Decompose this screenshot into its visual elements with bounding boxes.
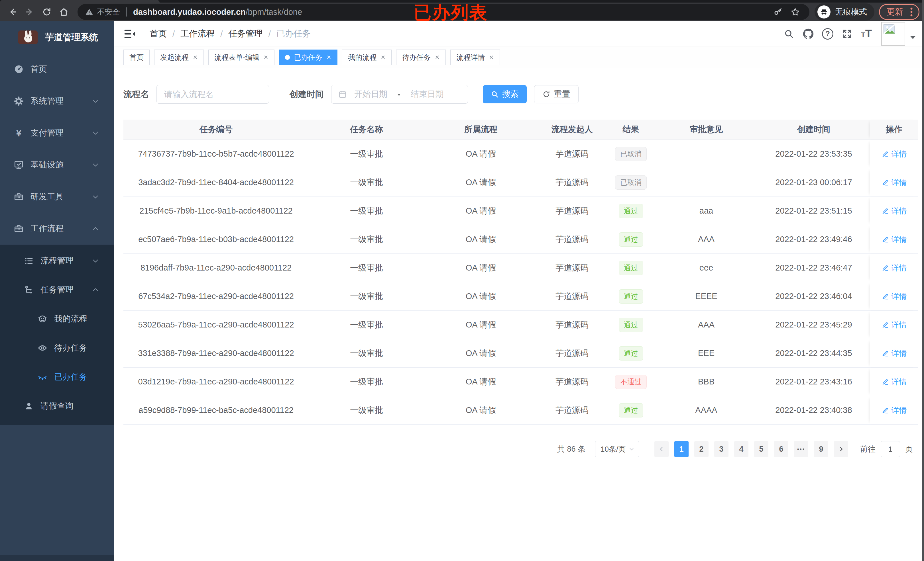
browser-home-button[interactable] <box>57 5 70 19</box>
chevron-left-icon <box>658 446 665 452</box>
prev-page-button[interactable] <box>654 441 669 457</box>
sidebar-item-system[interactable]: 系统管理 <box>0 85 114 117</box>
cell-process: OA 请假 <box>424 225 537 253</box>
detail-link[interactable]: 详情 <box>882 348 907 359</box>
cell-created-time: 2022-01-22 23:46:47 <box>758 254 870 282</box>
table-row: 03d1219e-7b9a-11ec-a290-acde48001122 一级审… <box>123 368 918 396</box>
page-number-button[interactable]: 3 <box>714 441 729 457</box>
reset-button[interactable]: 重置 <box>534 85 579 103</box>
bookmark-star-button[interactable] <box>788 5 802 19</box>
page-tab[interactable]: 待办任务 <box>396 49 446 65</box>
goto-page-input[interactable] <box>880 441 900 457</box>
fullscreen-button[interactable] <box>837 24 857 43</box>
sidebar-item-workflow[interactable]: 工作流程 <box>0 213 114 245</box>
page-tab-label: 待办任务 <box>402 53 430 62</box>
reload-icon <box>42 7 52 17</box>
page-number-button[interactable]: 9 <box>814 441 828 457</box>
page-tab-label: 已办任务 <box>294 53 322 62</box>
tags-view-bar: 首页 发起流程 流程表单-编辑 <box>114 46 924 68</box>
search-button[interactable]: 搜索 <box>483 85 527 103</box>
close-icon[interactable] <box>489 55 494 60</box>
avatar[interactable] <box>881 22 905 46</box>
table-header-row: 任务编号 任务名称 所属流程 流程发起人 结果 审批意见 创建时间 操作 <box>123 120 918 140</box>
page-number-button[interactable]: ••• <box>794 441 808 457</box>
browser-back-button[interactable] <box>6 5 20 19</box>
sidebar-item-devtools[interactable]: 研发工具 <box>0 181 114 213</box>
sidebar-item-payment[interactable]: ¥ 支付管理 <box>0 117 114 149</box>
page-number-button[interactable]: 2 <box>694 441 708 457</box>
cell-created-time: 2022-01-22 23:43:16 <box>758 368 870 396</box>
sidebar-item-home[interactable]: 首页 <box>0 53 114 85</box>
detail-link[interactable]: 详情 <box>882 291 907 302</box>
filter-bar: 流程名 创建时间 开始日期 - 结束日期 搜索 重置 <box>123 85 918 104</box>
github-link[interactable] <box>799 24 818 43</box>
avatar-caret-icon[interactable] <box>910 35 916 40</box>
table-row: ec507ae6-7b9a-11ec-b03b-acde48001122 一级审… <box>123 225 918 254</box>
detail-link[interactable]: 详情 <box>882 177 907 188</box>
search-icon <box>491 90 499 98</box>
page-tab[interactable]: 已办任务 <box>279 49 338 65</box>
cell-opinion: EEE <box>655 339 758 367</box>
breadcrumb-item[interactable]: 任务管理 <box>229 28 263 40</box>
sidebar-item-my-process[interactable]: 我的流程 <box>0 304 114 334</box>
password-manager-button[interactable] <box>771 5 785 19</box>
page-tab[interactable]: 发起流程 <box>154 49 204 65</box>
cell-starter: 芋道源码 <box>537 282 607 310</box>
close-icon[interactable] <box>326 55 332 60</box>
header-search-button[interactable] <box>779 24 799 43</box>
sidebar-item-process-management[interactable]: 流程管理 <box>0 246 114 275</box>
close-icon[interactable] <box>435 55 440 60</box>
detail-link[interactable]: 详情 <box>882 149 907 159</box>
browser-forward-button[interactable] <box>23 5 36 19</box>
detail-link[interactable]: 详情 <box>882 320 907 330</box>
sidebar-item-leave-query[interactable]: 请假查询 <box>0 392 114 420</box>
sidebar-collapse-bar[interactable] <box>0 555 114 561</box>
close-icon[interactable] <box>263 55 268 60</box>
page-number-button[interactable]: 1 <box>674 441 688 457</box>
page-size-select[interactable]: 10条/页 <box>595 441 639 457</box>
logo-image <box>18 30 38 44</box>
update-button[interactable]: 更新 <box>879 4 920 20</box>
sidebar-item-done-tasks[interactable]: 已办任务 <box>0 362 114 392</box>
cell-created-time: 2022-01-23 00:06:17 <box>758 168 870 196</box>
close-icon[interactable] <box>381 55 386 60</box>
detail-link[interactable]: 详情 <box>882 377 907 387</box>
sidebar-toggle-button[interactable] <box>123 28 136 40</box>
sidebar-item-todo-tasks[interactable]: 待办任务 <box>0 334 114 362</box>
detail-link[interactable]: 详情 <box>882 234 907 245</box>
browser-menu-icon[interactable] <box>907 7 916 17</box>
detail-link[interactable]: 详情 <box>882 405 907 416</box>
chevron-up-icon <box>92 225 99 232</box>
close-icon[interactable] <box>193 55 198 60</box>
breadcrumb-item[interactable]: 首页 <box>150 28 167 40</box>
page-number-button[interactable]: 5 <box>754 441 768 457</box>
detail-link[interactable]: 详情 <box>882 206 907 216</box>
robot-icon <box>37 314 48 325</box>
sidebar-item-task-management[interactable]: 任务管理 <box>0 275 114 304</box>
browser-tab[interactable] <box>0 0 160 3</box>
edit-icon <box>882 264 889 272</box>
page-tab[interactable]: 流程详情 <box>450 49 500 65</box>
page-tab[interactable]: 流程表单-编辑 <box>208 49 274 65</box>
next-page-button[interactable] <box>834 441 848 457</box>
sidebar-item-infra[interactable]: 基础设施 <box>0 149 114 181</box>
breadcrumb-item[interactable]: 工作流程 <box>180 28 214 40</box>
table-row: a59c9d88-7b99-11ec-ba5c-acde48001122 一级审… <box>123 396 918 425</box>
help-button[interactable]: ? <box>818 24 837 43</box>
github-icon <box>803 28 814 39</box>
page-number-button[interactable]: 6 <box>774 441 788 457</box>
process-name-input[interactable] <box>156 85 269 104</box>
font-size-button[interactable]: TT <box>857 24 876 43</box>
cell-starter: 芋道源码 <box>537 254 607 282</box>
page-number-button[interactable]: 4 <box>734 441 748 457</box>
cell-task-id: 53026aa5-7b9a-11ec-a290-acde48001122 <box>123 311 309 339</box>
column-header: 流程发起人 <box>537 120 607 139</box>
page-tab[interactable]: 首页 <box>123 49 150 65</box>
tree-icon <box>23 284 34 295</box>
cell-task-name: 一级审批 <box>309 168 424 196</box>
detail-link[interactable]: 详情 <box>882 263 907 273</box>
date-range-input[interactable]: 开始日期 - 结束日期 <box>331 85 468 104</box>
app-logo[interactable]: 芋道管理系统 <box>0 21 114 53</box>
browser-reload-button[interactable] <box>40 5 54 19</box>
page-tab[interactable]: 我的流程 <box>342 49 392 65</box>
